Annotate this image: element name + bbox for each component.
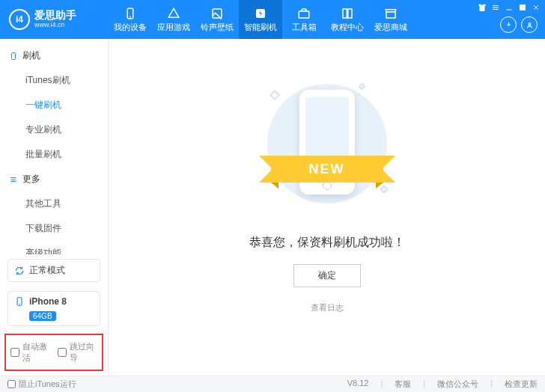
nav-apps[interactable]: 应用游戏 — [152, 0, 195, 39]
svg-rect-4 — [299, 11, 309, 18]
toolbox-icon — [297, 7, 311, 20]
skin-icon[interactable] — [478, 3, 487, 12]
flash-options-highlight: 自动激活 跳过向导 — [4, 334, 103, 371]
ok-button[interactable]: 确定 — [293, 264, 361, 287]
logo[interactable]: i4 爱思助手 www.i4.cn — [0, 9, 109, 30]
version-label: V8.12 — [347, 379, 369, 390]
device-icon — [9, 52, 18, 61]
ribbon-text: NEW — [309, 162, 345, 177]
sidebar-group-label: 刷机 — [22, 49, 40, 62]
sidebar-item-download-firmware[interactable]: 下载固件 — [0, 216, 108, 241]
new-ribbon: NEW — [271, 156, 383, 183]
sidebar-group-more[interactable]: 更多 — [0, 167, 108, 192]
option-label: 跳过向导 — [70, 341, 97, 364]
download-button[interactable] — [500, 16, 517, 33]
svg-rect-9 — [520, 5, 526, 10]
phone-icon — [124, 7, 137, 20]
sidebar: 刷机 iTunes刷机 一键刷机 专业刷机 批量刷机 更多 其他工具 下载固件 … — [0, 39, 109, 376]
footer-label: 阻止iTunes运行 — [19, 379, 76, 390]
wallpaper-icon — [210, 7, 224, 20]
nav-label: 爱思商城 — [374, 22, 407, 33]
logo-icon: i4 — [9, 9, 30, 30]
nav-tutorials[interactable]: 教程中心 — [326, 0, 369, 39]
app-header: i4 爱思助手 www.i4.cn 我的设备 应用游戏 铃声壁纸 智能刷机 工具… — [0, 0, 545, 39]
download-icon — [505, 21, 513, 29]
user-button[interactable] — [521, 16, 538, 33]
nav-label: 铃声壁纸 — [201, 22, 234, 33]
auto-activate-checkbox[interactable]: 自动激活 — [10, 341, 50, 364]
sidebar-group-flash[interactable]: 刷机 — [0, 43, 108, 68]
mode-indicator[interactable]: 正常模式 — [7, 259, 100, 282]
support-link[interactable]: 客服 — [395, 379, 411, 390]
wechat-link[interactable]: 微信公众号 — [437, 379, 478, 390]
logo-subtitle: www.i4.cn — [34, 22, 76, 29]
logo-title: 爱思助手 — [34, 10, 76, 21]
sidebar-item-batch-flash[interactable]: 批量刷机 — [0, 142, 108, 167]
success-message: 恭喜您，保资料刷机成功啦！ — [249, 235, 405, 251]
main-content: NEW 恭喜您，保资料刷机成功啦！ 确定 查看日志 — [109, 39, 545, 376]
status-bar: 阻止iTunes运行 V8.12 | 客服 | 微信公众号 | 检查更新 — [0, 376, 545, 392]
sidebar-item-itunes-flash[interactable]: iTunes刷机 — [0, 68, 108, 93]
nav-label: 工具箱 — [292, 22, 317, 33]
mode-label: 正常模式 — [29, 264, 65, 277]
block-itunes-checkbox[interactable]: 阻止iTunes运行 — [7, 379, 76, 390]
nav-my-device[interactable]: 我的设备 — [109, 0, 152, 39]
skip-wizard-checkbox[interactable]: 跳过向导 — [58, 341, 97, 364]
nav-label: 我的设备 — [114, 22, 147, 33]
svg-point-12 — [529, 22, 531, 25]
sidebar-item-other-tools[interactable]: 其他工具 — [0, 192, 108, 216]
nav-label: 智能刷机 — [244, 22, 277, 33]
nav-label: 教程中心 — [331, 22, 364, 33]
nav-store[interactable]: 爱思商城 — [369, 0, 412, 39]
sidebar-group-label: 更多 — [22, 173, 40, 186]
check-update-link[interactable]: 检查更新 — [505, 379, 538, 390]
phone-small-icon — [14, 296, 25, 307]
user-icon — [526, 21, 534, 29]
checkbox-input[interactable] — [7, 380, 16, 388]
flash-icon — [254, 7, 267, 20]
nav-label: 应用游戏 — [157, 22, 190, 33]
nav-toolbox[interactable]: 工具箱 — [282, 0, 326, 39]
view-log-link[interactable]: 查看日志 — [311, 302, 344, 313]
option-label: 自动激活 — [22, 341, 50, 364]
nav-ringtones[interactable]: 铃声壁纸 — [195, 0, 239, 39]
maximize-icon[interactable] — [518, 3, 527, 12]
nav-flash[interactable]: 智能刷机 — [239, 0, 282, 39]
svg-rect-13 — [12, 52, 16, 59]
checkbox-input[interactable] — [10, 348, 19, 357]
device-indicator[interactable]: iPhone 8 64GB — [7, 291, 100, 326]
sidebar-item-oneclick-flash[interactable]: 一键刷机 — [0, 93, 108, 117]
svg-rect-2 — [213, 9, 222, 18]
sidebar-item-advanced[interactable]: 高级功能 — [0, 241, 108, 254]
checkbox-input[interactable] — [58, 348, 67, 357]
store-icon — [384, 7, 398, 20]
top-nav: 我的设备 应用游戏 铃声壁纸 智能刷机 工具箱 教程中心 爱思商城 — [109, 0, 412, 39]
list-icon — [9, 175, 18, 184]
menu-icon[interactable] — [491, 3, 500, 12]
book-icon — [341, 7, 354, 20]
storage-badge: 64GB — [29, 311, 56, 321]
refresh-icon — [14, 266, 25, 276]
apps-icon — [167, 7, 180, 20]
device-name: iPhone 8 — [29, 296, 67, 307]
minimize-icon[interactable] — [505, 3, 514, 12]
success-illustration: NEW — [252, 76, 402, 211]
close-icon[interactable] — [532, 3, 541, 12]
sidebar-item-pro-flash[interactable]: 专业刷机 — [0, 117, 108, 142]
